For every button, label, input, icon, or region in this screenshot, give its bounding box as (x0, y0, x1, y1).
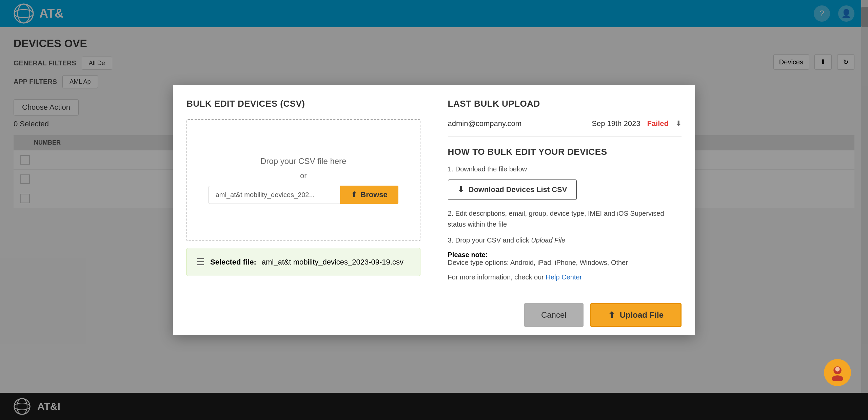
bulk-edit-modal: BULK EDIT DEVICES (CSV) Drop your CSV fi… (173, 85, 695, 335)
upload-info-row: admin@company.com Sep 19th 2023 Failed ⬇ (448, 119, 682, 128)
help-section: For more information, check our Help Cen… (448, 273, 682, 281)
browse-button[interactable]: ⬆ Browse (340, 186, 398, 204)
last-upload-section: LAST BULK UPLOAD admin@company.com Sep 1… (448, 99, 682, 136)
modal-body: BULK EDIT DEVICES (CSV) Drop your CSV fi… (173, 85, 695, 295)
step-1-text: 1. Download the file below (448, 164, 682, 174)
file-icon: ☰ (196, 256, 205, 268)
modal-left-panel: BULK EDIT DEVICES (CSV) Drop your CSV fi… (173, 85, 434, 295)
browse-label: Browse (360, 190, 387, 199)
chat-bubble-button[interactable] (824, 359, 851, 386)
download-csv-button[interactable]: ⬇ Download Devices List CSV (448, 180, 577, 200)
step-3-text: 3. Drop your CSV and click Upload File (448, 236, 682, 244)
upload-email: admin@company.com (448, 119, 585, 128)
upload-btn-icon: ⬆ (608, 310, 615, 320)
how-to-title: HOW TO BULK EDIT YOUR DEVICES (448, 147, 682, 157)
help-center-link[interactable]: Help Center (546, 273, 582, 281)
note-label: Please note: (448, 251, 488, 258)
modal-right-panel: LAST BULK UPLOAD admin@company.com Sep 1… (434, 85, 695, 295)
upload-date: Sep 19th 2023 (592, 119, 640, 128)
download-csv-label: Download Devices List CSV (469, 185, 567, 194)
download-csv-icon: ⬇ (458, 185, 464, 194)
note-section: Please note: Device type options: Androi… (448, 251, 682, 267)
upload-btn-label: Upload File (620, 310, 664, 320)
note-text: Device type options: Android, iPad, iPho… (448, 259, 628, 266)
upload-download-icon[interactable]: ⬇ (675, 119, 682, 128)
drop-or-text: or (300, 171, 307, 180)
selected-file-name: aml_at&t mobility_devices_2023-09-19.csv (262, 258, 403, 267)
svg-point-8 (835, 367, 840, 371)
last-upload-title: LAST BULK UPLOAD (448, 99, 682, 109)
upload-status-badge: Failed (647, 119, 669, 128)
help-prefix-text: For more information, check our (448, 273, 546, 281)
modal-footer: Cancel ⬆ Upload File (173, 295, 695, 335)
drop-zone[interactable]: Drop your CSV file here or aml_at&t mobi… (186, 119, 420, 241)
modal-left-title: BULK EDIT DEVICES (CSV) (186, 99, 420, 109)
chat-avatar-icon (829, 364, 846, 381)
browse-upload-icon: ⬆ (351, 190, 357, 199)
file-input-row: aml_at&t mobility_devices_202... ⬆ Brows… (209, 186, 398, 204)
drop-text: Drop your CSV file here (260, 156, 346, 166)
step-2-text: 2. Edit descriptions, email, group, devi… (448, 208, 682, 230)
how-to-section: HOW TO BULK EDIT YOUR DEVICES 1. Downloa… (448, 147, 682, 281)
svg-point-7 (832, 375, 843, 381)
file-name-display: aml_at&t mobility_devices_202... (209, 186, 340, 204)
selected-file-label: Selected file: (210, 258, 256, 267)
upload-file-button[interactable]: ⬆ Upload File (590, 303, 682, 327)
selected-file-box: ☰ Selected file: aml_at&t mobility_devic… (186, 248, 420, 276)
cancel-button[interactable]: Cancel (524, 303, 584, 327)
step-3-italic: Upload File (531, 236, 565, 244)
